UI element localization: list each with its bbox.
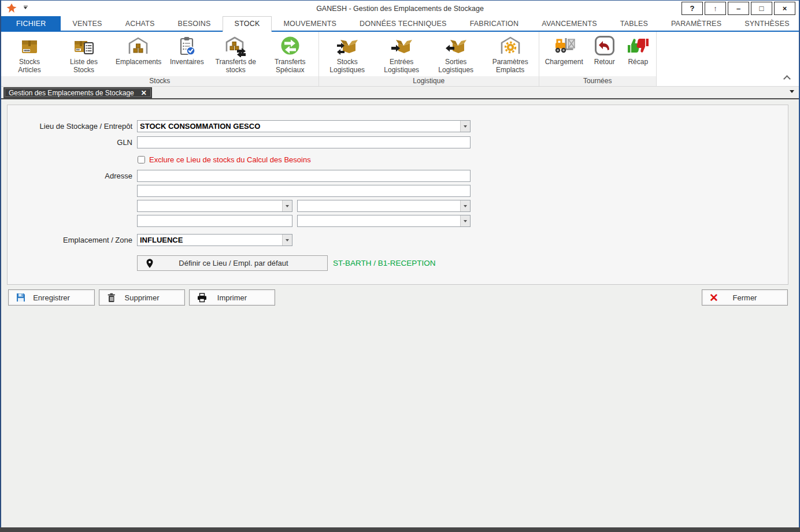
dropdown-arrow-icon[interactable]: [460, 200, 470, 211]
ribbon-item-chargement[interactable]: Chargement: [540, 33, 588, 67]
maximize-button[interactable]: □: [751, 2, 772, 15]
menu-tab-tables[interactable]: TABLES: [609, 16, 660, 31]
clipboard-check-icon: [175, 34, 199, 58]
ribbon-item-label: Retour: [594, 58, 615, 66]
ribbon-item-label: Paramètres Emplacts: [488, 58, 533, 74]
emplacement-zone-combobox[interactable]: INFLUENCE: [137, 234, 292, 246]
printer-icon: [197, 292, 208, 303]
address-combo-left1[interactable]: [137, 200, 292, 212]
dropdown-arrow-icon[interactable]: [460, 215, 470, 226]
adresse-label: Adresse: [8, 170, 135, 182]
ribbon-item-label: Sorties Logistiques: [434, 58, 479, 74]
box-barcode-icon: [17, 34, 42, 58]
window-title: GANESH - Gestion des Emplacements de Sto…: [1, 5, 799, 13]
ribbon-item-label: Transferts Spéciaux: [268, 58, 313, 74]
ribbon-group-label-stocks: Stocks: [1, 76, 318, 86]
menu-tab-ventes[interactable]: VENTES: [61, 16, 113, 31]
menu-tab-besoins[interactable]: BESOINS: [166, 16, 223, 31]
ribbon-item-inventaires[interactable]: Inventaires: [165, 33, 209, 67]
menu-tab-fabrication[interactable]: FABRICATION: [458, 16, 531, 31]
adresse-line2-input[interactable]: [137, 185, 471, 197]
content-area: Lieu de Stockage / Entrepôt STOCK CONSOM…: [1, 99, 799, 527]
return-arrow-icon: [592, 34, 617, 58]
ribbon-item-label: Emplacements: [116, 58, 161, 66]
exclude-checkbox-row: Exclure ce Lieu de stocks du Calcul des …: [138, 155, 311, 164]
set-default-location-button[interactable]: Définir ce Lieu / Empl. par défaut: [137, 255, 328, 271]
ribbon-item-retour[interactable]: Retour: [588, 33, 621, 67]
menu-tab-donnees-techniques[interactable]: DONNÉES TECHNIQUES: [348, 16, 458, 31]
help-button[interactable]: ?: [682, 2, 703, 15]
storage-location-form: Lieu de Stockage / Entrepôt STOCK CONSOM…: [7, 105, 788, 285]
address-combo-right1[interactable]: [297, 200, 471, 212]
warehouse-gear-icon: [498, 34, 523, 58]
ribbon: Stocks Articles: [1, 32, 799, 87]
exclude-checkbox[interactable]: [138, 156, 145, 163]
collapse-ribbon-icon[interactable]: [783, 75, 791, 83]
address-input-left2[interactable]: [137, 215, 292, 227]
minimize-button[interactable]: –: [728, 2, 749, 15]
box-in-icon: [390, 34, 414, 58]
menu-tab-mouvements[interactable]: MOUVEMENTS: [272, 16, 348, 31]
ribbon-item-entrees-logistiques[interactable]: Entrées Logistiques: [375, 33, 429, 75]
save-button[interactable]: Enregistrer: [8, 289, 95, 306]
menu-tab-achats[interactable]: ACHATS: [114, 16, 166, 31]
green-sync-icon: [278, 34, 302, 58]
ribbon-item-recap[interactable]: Récap: [621, 33, 655, 67]
dropdown-arrow-icon[interactable]: [460, 121, 470, 132]
close-x-icon: ✕: [709, 292, 718, 303]
ribbon-group-logistique: Stocks Logistiques Entrées Logistiques: [319, 32, 539, 86]
warehouse-arrows-icon: [224, 34, 248, 58]
menu-tab-avancements[interactable]: AVANCEMENTS: [530, 16, 609, 31]
close-window-button[interactable]: ×: [774, 2, 795, 15]
ribbon-item-transferts-de-stocks[interactable]: Transferts de stocks: [209, 33, 263, 75]
application-window: GANESH - Gestion des Emplacements de Sto…: [0, 0, 800, 532]
document-tab[interactable]: Gestion des Emplacements de Stockage ✕: [3, 87, 152, 98]
exclude-label: Exclure ce Lieu de stocks du Calcul des …: [149, 155, 311, 164]
ribbon-item-liste-des-stocks[interactable]: Liste des Stocks: [57, 33, 111, 75]
ribbon-item-label: Inventaires: [170, 58, 204, 66]
ribbon-item-parametres-emplacts[interactable]: Paramètres Emplacts: [483, 33, 538, 75]
gln-label: GLN: [8, 136, 135, 148]
adresse-line1-input[interactable]: [137, 170, 471, 182]
save-icon: [16, 292, 26, 303]
ribbon-item-transferts-speciaux[interactable]: Transferts Spéciaux: [263, 33, 317, 75]
document-tab-strip: Gestion des Emplacements de Stockage ✕: [1, 87, 799, 99]
address-combo-right2[interactable]: [297, 215, 471, 227]
ribbon-group-label-tournees: Tournées: [539, 76, 656, 86]
ribbon-group-tournees: Chargement Retour: [539, 32, 657, 86]
ribbon-item-sorties-logistiques[interactable]: Sorties Logistiques: [429, 33, 483, 75]
ribbon-item-label: Récap: [628, 58, 648, 66]
ribbon-item-stocks-articles[interactable]: Stocks Articles: [2, 33, 57, 75]
pin-button[interactable]: ↑: [705, 2, 726, 15]
close-button[interactable]: ✕ Fermer: [702, 289, 788, 306]
ribbon-item-stocks-logistiques[interactable]: Stocks Logistiques: [320, 33, 375, 75]
close-tab-icon[interactable]: ✕: [141, 89, 147, 97]
window-border-bottom: [0, 527, 800, 532]
box-out-icon: [444, 34, 468, 58]
print-button[interactable]: Imprimer: [189, 289, 275, 306]
window-border-left: [0, 0, 1, 532]
dropdown-arrow-icon[interactable]: [282, 235, 292, 245]
quick-access-dropdown-icon[interactable]: [22, 6, 29, 12]
delete-button[interactable]: Supprimer: [99, 289, 185, 306]
ribbon-group-label-logistique: Logistique: [319, 76, 539, 86]
window-border-top: [0, 0, 800, 1]
dropdown-arrow-icon[interactable]: [282, 200, 292, 211]
thumbs-icon: [626, 34, 650, 58]
ribbon-item-label: Stocks Articles: [7, 58, 52, 74]
ribbon-item-emplacements[interactable]: Emplacements: [111, 33, 165, 67]
gln-input[interactable]: [137, 136, 471, 148]
tab-list-dropdown-icon[interactable]: [790, 90, 794, 95]
box-swap-icon: [335, 34, 360, 58]
menu-tab-fichier[interactable]: FICHIER: [1, 16, 61, 31]
ribbon-item-label: Entrées Logistiques: [379, 58, 424, 74]
ribbon-item-label: Transferts de stocks: [213, 58, 258, 74]
lieu-stockage-value: STOCK CONSOMMATION GESCO: [138, 121, 460, 132]
title-bar: GANESH - Gestion des Emplacements de Sto…: [1, 1, 799, 16]
menu-tab-parametres[interactable]: PARAMÈTRES: [660, 16, 733, 31]
menu-bar: FICHIER VENTES ACHATS BESOINS STOCK MOUV…: [1, 16, 799, 32]
menu-tab-stock[interactable]: STOCK: [223, 16, 272, 32]
lieu-stockage-combobox[interactable]: STOCK CONSOMMATION GESCO: [137, 120, 471, 132]
menu-tab-syntheses[interactable]: SYNTHÈSES: [733, 16, 800, 31]
box-list-icon: [72, 34, 96, 58]
